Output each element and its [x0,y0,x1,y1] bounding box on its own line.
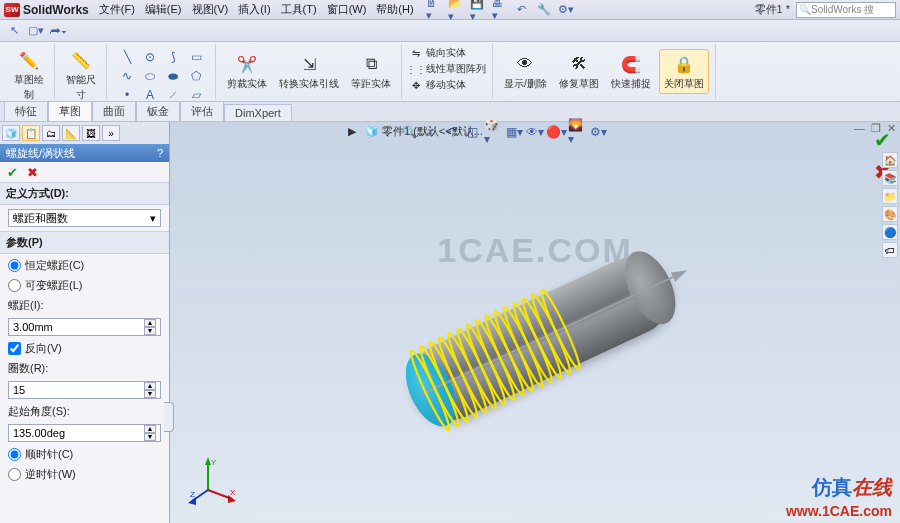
snap-button[interactable]: 🧲快速捕捉 [607,50,655,93]
new-icon[interactable]: 🗎▾ [426,2,442,18]
reverse-checkbox[interactable]: 反向(V) [8,341,161,356]
ellipse-icon[interactable]: ⬭ [145,69,155,83]
point-icon[interactable]: • [125,88,129,102]
pm-section-parameters[interactable]: 参数(P) [0,231,169,254]
custom-props-tab-icon[interactable]: 🏷 [882,242,898,258]
variable-pitch-radio[interactable]: 可变螺距(L) [8,278,161,293]
helix-curve [404,285,587,434]
search-input[interactable]: 🔍 SolidWorks 搜 [796,2,896,18]
design-lib-tab-icon[interactable]: 📚 [882,170,898,186]
dimxpert-tab-icon[interactable]: 📐 [62,125,80,141]
menu-window[interactable]: 窗口(W) [327,2,367,17]
ccw-radio[interactable]: 逆时针(W) [8,467,161,482]
rebuild-icon[interactable]: 🔧 [536,2,552,18]
offset-button[interactable]: ⧉等距实体 [347,50,395,93]
display-tab-icon[interactable]: 🖼 [82,125,100,141]
view-settings-icon[interactable]: ⚙▾ [589,123,607,141]
spin-down-icon[interactable]: ▼ [144,433,156,441]
tab-evaluate[interactable]: 评估 [180,101,224,121]
pm-cancel-icon[interactable]: ✖ [24,164,40,180]
print-icon[interactable]: 🖶▾ [492,2,508,18]
move-button[interactable]: ✥移动实体 [409,78,486,92]
config-tab-icon[interactable]: 🗂 [42,125,60,141]
options-icon[interactable]: ⚙▾ [558,2,574,18]
arc-icon[interactable]: ⟆ [171,50,176,64]
spin-up-icon[interactable]: ▲ [144,425,156,433]
tab-sketch[interactable]: 草图 [48,101,92,121]
save-icon[interactable]: 💾▾ [470,2,486,18]
scene-icon[interactable]: 🌄▾ [568,123,586,141]
cw-radio[interactable]: 顺时针(C) [8,447,161,462]
resources-tab-icon[interactable]: 🏠 [882,152,898,168]
start-angle-input[interactable]: 135.00deg ▲▼ [8,424,161,442]
pm-section-definition[interactable]: 定义方式(D): [0,182,169,205]
menu-file[interactable]: 文件(F) [99,2,135,17]
corner-ok-icon[interactable]: ✔ [870,128,894,152]
tab-feature[interactable]: 特征 [4,101,48,121]
definition-combo[interactable]: 螺距和圈数▾ [8,209,161,227]
flyout-feature-tree[interactable]: ▶ 🧊 零件1 (默认<<默认... [348,124,483,139]
pattern-icon: ⋮⋮ [409,62,423,76]
pm-ok-icon[interactable]: ✔ [4,164,20,180]
text-icon[interactable]: A [146,88,154,102]
tab-sheet[interactable]: 钣金 [136,101,180,121]
appearances-tab-icon[interactable]: 🔵 [882,224,898,240]
view-palette-tab-icon[interactable]: 🎨 [882,206,898,222]
fillet-icon[interactable]: ⟋ [167,88,179,102]
open-icon[interactable]: 📂▾ [448,2,464,18]
revolutions-input[interactable]: 15 ▲▼ [8,381,161,399]
cursor-icon[interactable]: ⮫▾ [50,23,66,39]
repair-button[interactable]: 🛠修复草图 [555,50,603,93]
spin-up-icon[interactable]: ▲ [144,382,156,390]
mdi-min-icon[interactable]: — [854,122,865,135]
selection-filter-icon[interactable]: ▢▾ [28,23,44,39]
polygon-icon[interactable]: ⬠ [191,69,201,83]
display-style-icon[interactable]: ▦▾ [505,123,523,141]
pitch-input[interactable]: 3.00mm ▲▼ [8,318,161,336]
pattern-button[interactable]: ⋮⋮线性草图阵列 [409,62,486,76]
feature-tree-tab-icon[interactable]: 🧊 [2,125,20,141]
exit-sketch-button[interactable]: ✏️ 草图绘制 [10,46,48,104]
display-button[interactable]: 👁显示/删除 [500,50,551,93]
chevron-down-icon: ▾ [150,212,156,225]
svg-text:Y: Y [211,458,217,467]
pm-help-icon[interactable]: ? [157,147,163,159]
property-tab-icon[interactable]: 📋 [22,125,40,141]
convert-button[interactable]: ⇲转换实体引线 [275,50,343,93]
view-orient-icon[interactable]: 🎲▾ [484,123,502,141]
panel-collapse-handle[interactable] [164,402,174,432]
mirror-button[interactable]: ⇋镜向实体 [409,46,486,60]
hide-show-icon[interactable]: 👁▾ [526,123,544,141]
line-icon[interactable]: ╲ [124,50,131,64]
menu-help[interactable]: 帮助(H) [376,2,413,17]
close-sketch-button[interactable]: 🔒关闭草图 [659,49,709,94]
main-area: 🧊 📋 🗂 📐 🖼 » 螺旋线/涡状线 ? ✔ ✖ 定义方式(D): 螺距和圈数… [0,122,900,523]
undo-icon[interactable]: ↶ [514,2,530,18]
tab-surface[interactable]: 曲面 [92,101,136,121]
orientation-triad[interactable]: Y X Z [188,455,238,505]
menu-insert[interactable]: 插入(I) [238,2,270,17]
spin-down-icon[interactable]: ▼ [144,327,156,335]
plane-icon[interactable]: ▱ [192,88,201,102]
constant-pitch-radio[interactable]: 恒定螺距(C) [8,258,161,273]
circle-icon[interactable]: ⊙ [145,50,155,64]
slot-icon[interactable]: ⬬ [168,69,178,83]
menu-edit[interactable]: 编辑(E) [145,2,182,17]
trim-button[interactable]: ✂️剪裁实体 [223,50,271,93]
select-icon[interactable]: ↖ [6,23,22,39]
appearance-icon[interactable]: 🔴▾ [547,123,565,141]
more-tab-icon[interactable]: » [102,125,120,141]
tab-dimxpert[interactable]: DimXpert [224,104,292,121]
spin-down-icon[interactable]: ▼ [144,390,156,398]
menu-view[interactable]: 视图(V) [192,2,229,17]
expand-icon[interactable]: ▶ [348,125,362,139]
spline-icon[interactable]: ∿ [122,69,132,83]
menu-tools[interactable]: 工具(T) [281,2,317,17]
smart-dimension-button[interactable]: 📏 智能尺寸 [62,46,100,104]
graphics-viewport[interactable]: — ❐ ✕ ▶ 🧊 零件1 (默认<<默认... ✔ ✖ 🏠 📚 📁 🎨 🔵 🏷… [170,122,900,523]
file-explorer-tab-icon[interactable]: 📁 [882,188,898,204]
rect-icon[interactable]: ▭ [191,50,202,64]
sketch-entities: ╲ ⊙ ⟆ ▭ ∿ ⬭ ⬬ ⬠ • A ⟋ ▱ [114,46,209,106]
pm-title-bar: 螺旋线/涡状线 ? [0,144,169,162]
spin-up-icon[interactable]: ▲ [144,319,156,327]
